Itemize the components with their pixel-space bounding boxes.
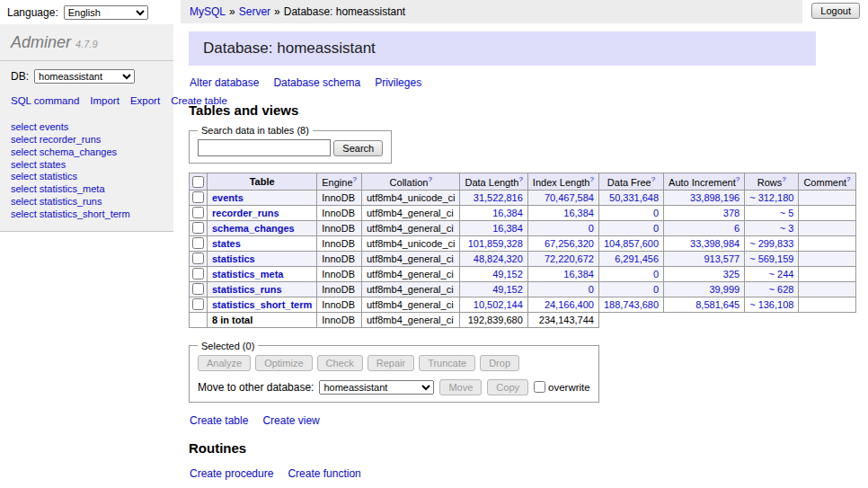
index-length-link[interactable]: 16,384 (563, 208, 594, 218)
data-free-link[interactable]: 0 (653, 269, 659, 279)
table-link-recorder-runs[interactable]: recorder_runs (212, 208, 279, 218)
column-help-collation-link[interactable]: ? (428, 175, 431, 183)
data-length-link[interactable]: 49,152 (492, 284, 523, 295)
data-free-link[interactable]: 0 (653, 284, 659, 295)
table-link-statistics-runs[interactable]: statistics_runs (212, 284, 282, 295)
row-checkbox-statistics[interactable] (192, 253, 204, 264)
sidebar-table-link-select-events[interactable]: select events (11, 121, 163, 134)
row-checkbox-statistics-short-term[interactable] (192, 298, 204, 310)
index-length-link[interactable]: 24,166,400 (545, 299, 594, 310)
rows-link[interactable]: ~ 3 (780, 223, 794, 234)
data-length-link[interactable]: 16,384 (492, 208, 523, 218)
data-free-link[interactable]: 0 (653, 208, 659, 218)
column-help-engine-link[interactable]: ? (353, 175, 357, 183)
rows-link[interactable]: ~ 136,108 (749, 299, 793, 310)
logout-button[interactable]: Logout (811, 3, 860, 19)
sidebar-link-sql-command[interactable]: SQL command (11, 95, 79, 106)
create-function-link[interactable]: Create function (288, 467, 360, 480)
index-length-link[interactable]: 67,256,320 (545, 238, 594, 249)
create-procedure-link[interactable]: Create procedure (190, 467, 273, 480)
row-checkbox-statistics-runs[interactable] (192, 283, 204, 295)
sidebar-table-link-select-recorder-runs[interactable]: select recorder_runs (11, 134, 163, 146)
auto-increment-link[interactable]: 6 (734, 223, 740, 234)
column-help-comment-link[interactable]: ? (846, 175, 850, 183)
column-help-data-free-link[interactable]: ? (651, 175, 655, 183)
row-checkbox-schema-changes[interactable] (192, 222, 204, 234)
table-link-schema-changes[interactable]: schema_changes (212, 223, 295, 234)
optimize-button[interactable]: Optimize (255, 355, 312, 371)
action-database-schema-link[interactable]: Database schema (273, 76, 360, 89)
repair-button[interactable]: Repair (368, 355, 414, 371)
sidebar-table-link-select-statistics-runs[interactable]: select statistics_runs (11, 195, 163, 208)
breadcrumb-server-link[interactable]: Server (239, 5, 270, 18)
sidebar-link-export[interactable]: Export (130, 95, 160, 106)
auto-increment-link[interactable]: 378 (723, 208, 740, 218)
create-view-link[interactable]: Create view (262, 414, 319, 427)
index-length-link[interactable]: 16,384 (563, 269, 594, 279)
data-free-link[interactable]: 6,291,456 (615, 253, 659, 264)
column-help-rows-link[interactable]: ? (782, 175, 785, 183)
data-length-link[interactable]: 16,384 (492, 223, 523, 234)
row-checkbox-events[interactable] (192, 191, 204, 203)
data-free-link[interactable]: 50,331,648 (609, 192, 659, 203)
column-help-auto-increment-link[interactable]: ? (736, 175, 740, 183)
data-length-link[interactable]: 101,859,328 (468, 238, 523, 249)
table-link-events[interactable]: events (212, 192, 244, 203)
index-length-link[interactable]: 72,220,672 (545, 253, 594, 264)
rows-link[interactable]: ~ 244 (769, 269, 794, 279)
rows-link[interactable]: ~ 569,159 (749, 253, 793, 264)
index-length-link[interactable]: 0 (589, 223, 594, 234)
data-length-link[interactable]: 49,152 (492, 269, 523, 279)
move-db-select[interactable]: homeassistant (319, 380, 434, 395)
table-link-statistics[interactable]: statistics (212, 253, 255, 264)
auto-increment-link[interactable]: 33,398,984 (690, 238, 740, 249)
data-length-link[interactable]: 48,824,320 (474, 253, 523, 264)
row-checkbox-statistics-meta[interactable] (192, 268, 204, 279)
sidebar-table-link-select-statistics[interactable]: select statistics (11, 171, 163, 183)
db-select[interactable]: homeassistant (34, 69, 135, 84)
data-free-link[interactable]: 0 (653, 223, 659, 234)
row-checkbox-recorder-runs[interactable] (192, 207, 204, 218)
data-length-link[interactable]: 31,522,816 (474, 192, 523, 203)
data-length-link[interactable]: 10,502,144 (474, 299, 523, 310)
column-help-index-length-link[interactable]: ? (589, 175, 593, 183)
select-all-checkbox[interactable] (192, 176, 204, 188)
search-button[interactable]: Search (333, 140, 383, 156)
analyze-button[interactable]: Analyze (198, 355, 251, 371)
table-link-statistics-meta[interactable]: statistics_meta (212, 269, 284, 279)
rows-link[interactable]: ~ 299,833 (749, 238, 793, 249)
column-help-data-length-link[interactable]: ? (518, 175, 522, 183)
auto-increment-link[interactable]: 8,581,645 (695, 299, 740, 310)
breadcrumb-mysql-link[interactable]: MySQL (190, 5, 226, 18)
rows-link[interactable]: ~ 628 (769, 284, 794, 295)
action-privileges-link[interactable]: Privileges (375, 76, 421, 89)
rows-link[interactable]: ~ 5 (780, 208, 794, 218)
index-length-link[interactable]: 70,467,584 (545, 192, 594, 203)
data-free-link[interactable]: 104,857,600 (604, 238, 659, 249)
auto-increment-link[interactable]: 33,898,196 (690, 192, 740, 203)
table-link-states[interactable]: states (212, 238, 241, 249)
table-link-statistics-short-term[interactable]: statistics_short_term (212, 299, 312, 310)
index-length-link[interactable]: 0 (589, 284, 594, 295)
drop-button[interactable]: Drop (480, 355, 519, 371)
overwrite-checkbox[interactable] (534, 381, 545, 393)
auto-increment-link[interactable]: 325 (723, 269, 740, 279)
search-input[interactable] (198, 139, 331, 156)
overwrite-option[interactable]: overwrite (534, 381, 590, 393)
sidebar-table-link-select-statistics-meta[interactable]: select statistics_meta (11, 183, 163, 196)
language-select[interactable]: English (64, 5, 148, 20)
sidebar-link-import[interactable]: Import (90, 95, 120, 106)
auto-increment-link[interactable]: 913,577 (704, 253, 740, 264)
truncate-button[interactable]: Truncate (419, 355, 475, 371)
sidebar-table-link-select-states[interactable]: select states (11, 158, 163, 171)
action-alter-database-link[interactable]: Alter database (190, 76, 259, 89)
sidebar-table-link-select-schema-changes[interactable]: select schema_changes (11, 146, 163, 158)
auto-increment-link[interactable]: 39,999 (710, 284, 740, 295)
sidebar-table-link-select-statistics-short-term[interactable]: select statistics_short_term (11, 208, 163, 220)
move-button[interactable]: Move (439, 379, 482, 395)
copy-button[interactable]: Copy (487, 379, 528, 395)
row-checkbox-states[interactable] (192, 237, 204, 249)
check-button[interactable]: Check (317, 355, 363, 371)
rows-link[interactable]: ~ 312,180 (749, 192, 793, 203)
create-table-link[interactable]: Create table (190, 414, 248, 427)
